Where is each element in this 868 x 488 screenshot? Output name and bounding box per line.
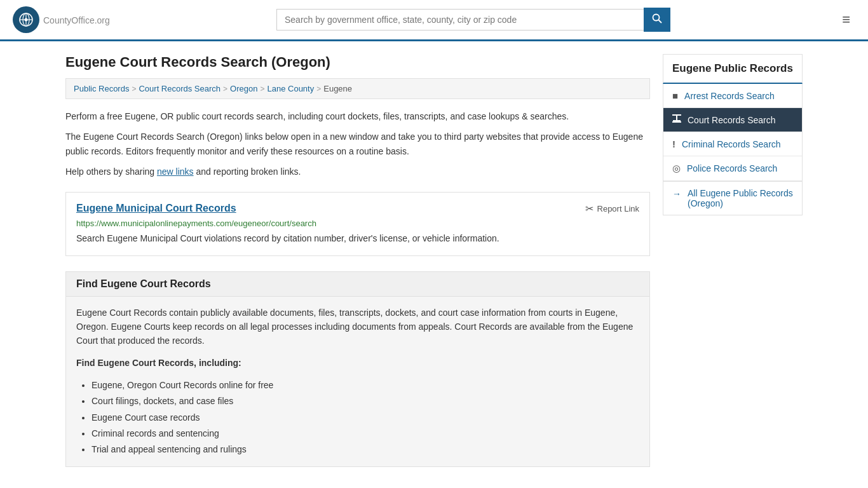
- intro-text-1: Perform a free Eugene, OR public court r…: [65, 109, 650, 123]
- search-area: [276, 8, 670, 32]
- sidebar-nav: ■ Arrest Records Search Court Records Se…: [663, 84, 803, 182]
- svg-rect-8: [672, 121, 681, 123]
- find-list-header: Find Eugene Court Records, including:: [76, 356, 639, 370]
- content-area: Eugene Court Records Search (Oregon) Pub…: [65, 54, 650, 467]
- breadcrumb-eugene: Eugene: [323, 84, 352, 93]
- sidebar-all-label: All Eugene Public Records (Oregon): [688, 188, 793, 208]
- sidebar-label-court: Court Records Search: [688, 115, 776, 125]
- page-title: Eugene Court Records Search (Oregon): [65, 54, 650, 71]
- intro-text-3: Help others by sharing new links and rep…: [65, 165, 650, 179]
- list-item: Eugene Court case records: [92, 410, 639, 426]
- search-button[interactable]: [644, 8, 670, 32]
- record-title[interactable]: Eugene Municipal Court Records: [76, 203, 236, 214]
- report-icon: ✂: [585, 203, 593, 215]
- svg-point-5: [25, 18, 28, 22]
- find-list: Eugene, Oregon Court Records online for …: [76, 377, 639, 458]
- breadcrumb-sep-3: >: [260, 85, 264, 93]
- breadcrumb-lane-county[interactable]: Lane County: [267, 84, 314, 93]
- sidebar-item-criminal-records[interactable]: ! Criminal Records Search: [663, 132, 802, 156]
- record-entry: Eugene Municipal Court Records ✂ Report …: [65, 192, 650, 256]
- find-section-header: Find Eugene Court Records: [66, 272, 649, 297]
- logo-suffix: .org: [95, 15, 110, 25]
- sidebar-label-police: Police Records Search: [687, 163, 777, 173]
- breadcrumb-public-records[interactable]: Public Records: [74, 84, 129, 93]
- breadcrumb-sep-1: >: [132, 85, 136, 93]
- sidebar: Eugene Public Records ■ Arrest Records S…: [663, 54, 803, 467]
- record-header: Eugene Municipal Court Records ✂ Report …: [76, 203, 639, 215]
- logo-svg: [17, 11, 35, 29]
- header: CountyOffice.org ≡: [0, 0, 868, 41]
- menu-button[interactable]: ≡: [837, 9, 855, 30]
- list-item: Court filings, dockets, and case files: [92, 393, 639, 409]
- find-section-body: Eugene Court Records contain publicly av…: [66, 297, 649, 467]
- find-section: Find Eugene Court Records Eugene Court R…: [65, 271, 650, 468]
- svg-line-7: [658, 20, 661, 24]
- main-layout: Eugene Court Records Search (Oregon) Pub…: [53, 41, 815, 480]
- square-icon: ■: [672, 90, 678, 101]
- intro-pre: Help others by sharing: [65, 166, 157, 177]
- breadcrumb-court-records-search[interactable]: Court Records Search: [139, 84, 220, 93]
- court-icon: [672, 114, 681, 125]
- sidebar-item-arrest-records[interactable]: ■ Arrest Records Search: [663, 84, 802, 108]
- list-item: Criminal records and sentencing: [92, 426, 639, 442]
- sidebar-title: Eugene Public Records: [663, 54, 803, 84]
- search-icon: [652, 13, 662, 24]
- report-label: Report Link: [597, 204, 639, 214]
- search-input[interactable]: [276, 9, 644, 30]
- breadcrumb-sep-2: >: [223, 85, 227, 93]
- svg-rect-9: [673, 120, 681, 121]
- sidebar-label-arrest: Arrest Records Search: [684, 91, 775, 101]
- sidebar-label-criminal: Criminal Records Search: [682, 139, 781, 149]
- exclaim-icon: !: [672, 139, 675, 149]
- sidebar-item-police-records[interactable]: ◎ Police Records Search: [663, 156, 802, 181]
- svg-point-6: [653, 15, 659, 21]
- logo-icon: [13, 6, 39, 33]
- svg-rect-11: [672, 114, 681, 116]
- sidebar-item-court-records[interactable]: Court Records Search: [663, 108, 802, 132]
- report-link[interactable]: ✂ Report Link: [585, 203, 639, 215]
- list-item: Trial and appeal sentencing and rulings: [92, 442, 639, 458]
- find-list-header-text: Find Eugene Court Records, including:: [76, 358, 241, 368]
- logo-text[interactable]: CountyOffice.org: [43, 13, 110, 27]
- breadcrumb-sep-4: >: [316, 85, 321, 93]
- logo-area: CountyOffice.org: [13, 6, 110, 33]
- breadcrumb-oregon[interactable]: Oregon: [230, 84, 257, 93]
- intro-post: and reporting broken links.: [194, 166, 301, 177]
- record-url[interactable]: https://www.municipalonlinepayments.com/…: [76, 219, 639, 228]
- sidebar-all-records-link[interactable]: → All Eugene Public Records (Oregon): [663, 182, 803, 215]
- target-icon: ◎: [672, 163, 681, 174]
- intro-text-2: The Eugene Court Records Search (Oregon)…: [65, 130, 650, 158]
- arrow-icon: →: [672, 189, 681, 199]
- find-paragraph: Eugene Court Records contain publicly av…: [76, 306, 639, 348]
- record-description: Search Eugene Municipal Court violations…: [76, 232, 639, 245]
- logo-name: CountyOffice: [43, 15, 95, 25]
- list-item: Eugene, Oregon Court Records online for …: [92, 377, 639, 393]
- new-links-link[interactable]: new links: [157, 166, 194, 177]
- breadcrumb: Public Records > Court Records Search > …: [65, 78, 650, 99]
